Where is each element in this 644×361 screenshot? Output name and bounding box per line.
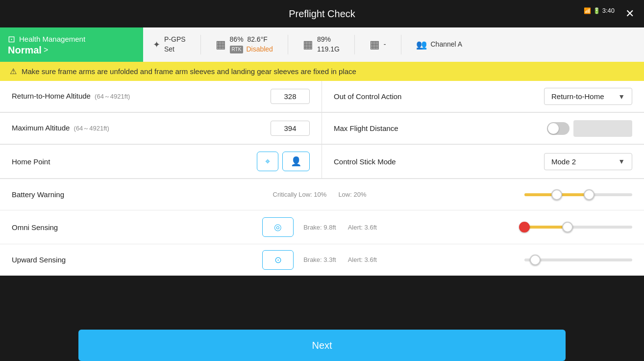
omni-brake-thumb[interactable] [519, 222, 530, 232]
gps-icon: ✦ [153, 39, 160, 50]
max-flight-distance-row: Max Flight Distance [322, 113, 644, 144]
control-stick-mode-label: Control Stick Mode [334, 157, 544, 166]
battery-icon: ▦ [216, 38, 226, 51]
omni-brake-text: Brake: 9.8ft [303, 224, 336, 231]
rtk-status: RTK Disabled [230, 45, 273, 54]
omni-sensing-icon: ◎ [274, 222, 282, 232]
critically-low-text: Critically Low: 10% [273, 191, 327, 198]
control-stick-dropdown-chevron-icon: ▼ [618, 157, 625, 165]
page-title: Preflight Check [289, 8, 355, 20]
warning-text: Make sure frame arms are unfolded and fr… [22, 67, 356, 76]
header-info-bar: ⊡ Health Management Normal > ✦ P-GPS Set… [0, 27, 644, 62]
pilot-home-icon: 👤 [291, 156, 301, 167]
aircraft-home-icon: ⌖ [265, 156, 270, 167]
max-flight-distance-disabled-box [573, 120, 632, 137]
out-of-control-row: Out of Control Action Return-to-Home ▼ [322, 81, 644, 112]
omni-alert-text: Alert: 3.6ft [348, 224, 377, 231]
max-flight-distance-label: Max Flight Distance [334, 124, 547, 132]
home-point-row: Home Point ⌖ 👤 [0, 145, 322, 179]
divider-3 [354, 35, 355, 54]
omni-slider-fill [524, 226, 568, 229]
battery-low-thumb[interactable] [551, 189, 562, 200]
dash-info: ▦ - [370, 38, 386, 51]
out-of-control-label: Out of Control Action [334, 92, 544, 101]
info-items-container: ✦ P-GPS Set ▦ 86% 82.6°F RTK Disabled [143, 35, 644, 54]
return-altitude-value[interactable]: 328 [271, 89, 310, 104]
battery-critical-thumb[interactable] [584, 189, 594, 200]
battery-warning-row: Battery Warning Critically Low: 10% Low:… [0, 179, 644, 210]
channel-label: Channel A [431, 40, 463, 50]
upward-slider-track[interactable] [524, 258, 632, 261]
status-icons: 📶 🔋 [584, 7, 600, 14]
next-button[interactable]: Next [78, 330, 566, 361]
battery-info: ▦ 86% 82.6°F RTK Disabled [216, 35, 273, 54]
omni-alert-thumb[interactable] [562, 222, 573, 232]
battery-line1: 86% 82.6°F [230, 35, 273, 45]
main-content: Return-to-Home Altitude (64～4921ft) 328 … [0, 81, 644, 276]
return-altitude-row: Return-to-Home Altitude (64～4921ft) 328 [0, 81, 322, 112]
dropdown-chevron-icon: ▼ [618, 93, 625, 101]
omni-sensing-detail: Brake: 9.8ft Alert: 3.6ft [303, 224, 377, 231]
health-label: ⊡ Health Management [8, 34, 135, 45]
next-button-container: Next [78, 330, 566, 361]
storage-size: 119.1G [317, 45, 340, 54]
settings-row-2: Maximum Altitude (64～4921ft) 394 Max Fli… [0, 113, 644, 145]
battery-warning-label: Battery Warning [12, 190, 273, 199]
channel-icon: 👥 [416, 39, 427, 50]
upward-thumb[interactable] [530, 255, 541, 265]
health-management-text: Health Management [19, 35, 85, 43]
return-altitude-label: Return-to-Home Altitude (64～4921ft) [12, 92, 271, 101]
upward-brake-text: Brake: 3.3ft [303, 256, 336, 263]
omni-slider-area [382, 226, 632, 229]
upward-sensing-toggle-btn[interactable]: ⊙ [262, 250, 294, 270]
omni-sensing-toggle-btn[interactable]: ◎ [262, 217, 294, 237]
storage-info: ▦ 89% 119.1G [303, 35, 340, 54]
upward-sensing-icon: ⊙ [274, 255, 282, 265]
omni-sensing-label: Omni Sensing [12, 223, 262, 232]
warning-bar: ⚠ Make sure frame arms are unfolded and … [0, 62, 644, 81]
gps-mode: P-GPS [164, 35, 186, 45]
title-bar: Preflight Check ✕ 📶 🔋 3:40 [0, 0, 644, 27]
time-display: 3:40 [602, 7, 615, 14]
settings-row-3: Home Point ⌖ 👤 Control Stick Mode Mode 2… [0, 145, 644, 179]
health-status: Normal > [8, 45, 135, 56]
divider-4 [401, 35, 401, 54]
toggle-knob [548, 123, 559, 134]
settings-row-1: Return-to-Home Altitude (64～4921ft) 328 … [0, 81, 644, 113]
control-stick-mode-value: Mode 2 [551, 157, 576, 166]
battery-slider-track[interactable] [524, 193, 632, 196]
max-flight-distance-control [547, 120, 632, 137]
out-of-control-value: Return-to-Home [551, 92, 604, 101]
max-altitude-row: Maximum Altitude (64～4921ft) 394 [0, 113, 322, 144]
max-flight-distance-toggle[interactable] [547, 122, 570, 135]
max-altitude-label: Maximum Altitude (64～4921ft) [12, 124, 271, 133]
omni-sensing-row: Omni Sensing ◎ Brake: 9.8ft Alert: 3.6ft [0, 210, 644, 244]
divider-2 [288, 35, 288, 54]
control-stick-mode-dropdown[interactable]: Mode 2 ▼ [544, 153, 632, 170]
home-point-label: Home Point [12, 157, 257, 166]
home-point-buttons: ⌖ 👤 [257, 152, 310, 171]
home-point-btn-aircraft[interactable]: ⌖ [257, 152, 278, 171]
upward-slider-area [382, 258, 632, 261]
upward-sensing-label: Upward Sensing [12, 256, 262, 264]
health-panel[interactable]: ⊡ Health Management Normal > [0, 27, 143, 62]
channel-info: 👥 Channel A [416, 39, 463, 50]
omni-slider-track[interactable] [524, 226, 632, 229]
max-altitude-value[interactable]: 394 [271, 121, 310, 136]
upward-sensing-detail: Brake: 3.3ft Alert: 3.6ft [303, 256, 377, 263]
upward-sensing-row: Upward Sensing ⊙ Brake: 3.3ft Alert: 3.6… [0, 244, 644, 276]
out-of-control-dropdown[interactable]: Return-to-Home ▼ [544, 88, 632, 105]
health-chevron: > [44, 46, 48, 54]
divider-1 [200, 35, 201, 54]
storage-icon: ▦ [303, 38, 313, 51]
warning-icon: ⚠ [10, 67, 17, 76]
upward-alert-text: Alert: 3.6ft [348, 256, 377, 263]
low-text: Low: 20% [338, 191, 366, 198]
close-button[interactable]: ✕ [625, 7, 634, 20]
dash-value: - [384, 40, 386, 50]
set-label: Set [164, 45, 186, 54]
battery-warning-detail: Critically Low: 10% Low: 20% [273, 191, 367, 198]
storage-percent: 89% [317, 35, 340, 45]
health-normal-text: Normal [8, 45, 42, 56]
home-point-btn-pilot[interactable]: 👤 [282, 152, 310, 171]
